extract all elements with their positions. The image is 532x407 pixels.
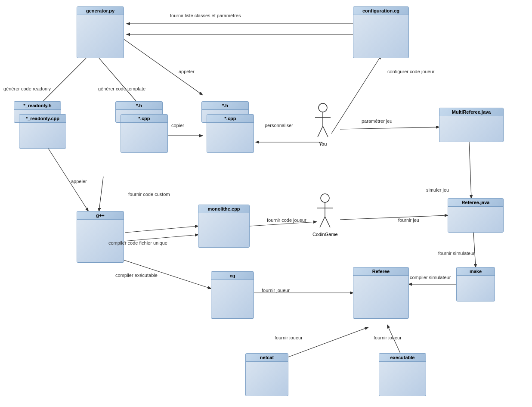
label-7: configurer code joueur [387,69,434,74]
label-14: compiler exécutable [115,273,158,278]
actor-codingame-figure [316,193,334,232]
svg-line-7 [469,142,471,198]
box-configuration-title: configuration.cg [353,7,408,15]
label-16: compiler simulateur [410,275,451,280]
svg-line-15 [124,235,198,241]
box-gpp-title: g++ [77,211,124,220]
box-template-cpp-title: *.cpp [121,115,167,123]
box-custom-h-title: *.h [202,102,248,110]
label-6: personnaliser [265,123,293,128]
label-8: paramétrer jeu [362,118,393,124]
actor-codingame: CodinGame [312,193,338,237]
label-15: fournir joueur [262,288,290,293]
box-generator-body [77,15,124,58]
box-executable-title: executable [379,354,426,362]
box-template-cpp: *.cpp [121,114,168,153]
label-10: fournir code custom [128,192,170,197]
box-monolithe-title: monolithe.cpp [198,205,249,213]
box-gpp: g++ [77,211,124,263]
svg-line-25 [318,126,323,137]
svg-line-5 [331,56,381,134]
svg-line-12 [125,226,198,233]
svg-point-22 [319,103,327,112]
box-referee-java: Referee.java [448,198,504,233]
box-multireferee-title: MultiReferee.java [439,108,503,116]
box-make-title: make [457,267,495,276]
svg-line-3 [99,58,140,106]
box-template-h-title: *.h [116,102,162,110]
label-2: générer code template [98,86,145,91]
label-12: fournir jeu [398,217,419,223]
svg-line-13 [250,222,316,226]
label-9: simuler jeu [426,187,449,193]
svg-line-6 [340,127,439,129]
svg-line-14 [340,215,448,220]
box-custom-cpp: *.cpp [207,114,254,153]
svg-line-18 [473,233,476,267]
box-configuration-body [353,15,408,58]
svg-line-11 [99,177,103,211]
label-5: copier [171,123,184,128]
box-multireferee: MultiReferee.java [439,108,504,142]
box-make: make [456,267,495,301]
box-readonly-h-title: *_readonly.h [14,102,61,110]
label-1: générer code readonly [3,86,51,91]
svg-line-31 [325,217,330,227]
svg-line-30 [320,217,325,227]
label-18: fournir joueur [275,335,303,340]
box-generator-title: generator.py [77,7,124,15]
label-17: fournir simulateur [438,251,475,256]
svg-line-20 [275,327,368,362]
svg-point-27 [321,194,329,202]
svg-line-4 [114,32,202,95]
actor-you-label: You [319,141,327,146]
actor-codingame-label: CodinGame [312,232,338,237]
box-referee-java-title: Referee.java [448,199,503,207]
box-executable: executable [379,353,426,396]
box-monolithe: monolithe.cpp [198,205,250,248]
label-3: appeler [179,69,195,74]
box-readonly-cpp-title: *_readonly.cpp [19,115,66,123]
box-readonly-cpp: *_readonly.cpp [19,114,66,149]
box-cg: cg [211,271,254,319]
label-0: fournir liste classes et paramètres [170,13,241,18]
box-generator: generator.py [77,6,124,58]
svg-line-21 [387,325,400,353]
box-referee-title: Referee [353,267,408,276]
label-11: fournir code joueur [267,217,306,223]
box-netcat-title: netcat [246,354,288,362]
actor-you: You [314,103,331,146]
actor-you-figure [314,103,331,141]
box-configuration: configuration.cg [353,6,409,58]
box-netcat: netcat [245,353,288,396]
svg-line-2 [39,58,86,106]
box-custom-cpp-title: *.cpp [207,115,254,123]
box-cg-title: cg [211,272,254,280]
label-19: fournir joueur [374,335,402,340]
svg-line-26 [323,126,328,137]
box-referee: Referee [353,267,409,319]
label-4: appeler [71,179,87,184]
diagram: generator.py configuration.cg *_readonly… [0,0,532,407]
